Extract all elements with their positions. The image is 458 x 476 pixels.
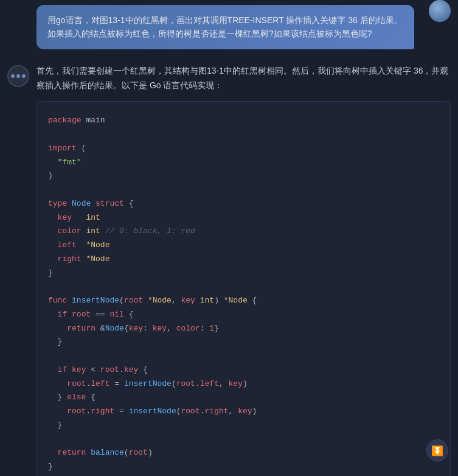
- code-line-pkg: package main: [48, 114, 439, 128]
- code-line-blank2: [48, 183, 439, 197]
- code-line-func7: } else {: [48, 391, 439, 405]
- ai-content: 首先，我们需要创建一个红黑树，其结构与图13-1中的红黑树相同。然后，我们将向树…: [36, 64, 451, 476]
- chat-container: 用go语言，对图13-1中的红黑树，画出对其调用TREE-INSERT 操作插入…: [0, 0, 458, 476]
- code-line-type5: right *Node: [48, 253, 439, 267]
- chevron-down-icon: ⏬: [431, 445, 443, 457]
- ai-avatar: [7, 65, 29, 87]
- code-line-func11: }: [48, 460, 439, 474]
- code-line-type1: type Node struct {: [48, 197, 439, 211]
- user-message-text: 用go语言，对图13-1中的红黑树，画出对其调用TREE-INSERT 操作插入…: [47, 15, 403, 38]
- code-line-import3: ): [48, 169, 439, 183]
- code-line-func2: if root == nil {: [48, 308, 439, 322]
- ai-intro-text: 首先，我们需要创建一个红黑树，其结构与图13-1中的红黑树相同。然后，我们将向树…: [36, 64, 451, 93]
- code-line-func10: return balance(root): [48, 446, 439, 460]
- ai-response-wrapper: 首先，我们需要创建一个红黑树，其结构与图13-1中的红黑树相同。然后，我们将向树…: [0, 59, 458, 476]
- code-line-blank3: [48, 280, 439, 294]
- code-line-blank5: [48, 433, 439, 447]
- ai-dot-3: [22, 74, 26, 78]
- user-avatar-image: [429, 0, 451, 22]
- ai-dot-1: [11, 74, 15, 78]
- ai-avatar-dots: [11, 74, 26, 78]
- code-line-type3: color int // 0: black, 1: red: [48, 225, 439, 239]
- code-line-func9: }: [48, 419, 439, 433]
- code-line-func3: return &Node{key: key, color: 1}: [48, 322, 439, 336]
- user-message-wrapper: 用go语言，对图13-1中的红黑树，画出对其调用TREE-INSERT 操作插入…: [0, 0, 422, 49]
- code-line-func5: if key < root.key {: [48, 363, 439, 377]
- code-line-type6: }: [48, 267, 439, 281]
- code-line-blank1: [48, 128, 439, 142]
- code-line-import1: import (: [48, 142, 439, 156]
- code-line-import2: "fmt": [48, 156, 439, 170]
- code-line-type2: key int: [48, 211, 439, 225]
- code-line-func6: root.left = insertNode(root.left, key): [48, 377, 439, 391]
- code-line-func4: }: [48, 335, 439, 349]
- code-line-func8: root.right = insertNode(root.right, key): [48, 405, 439, 419]
- code-block[interactable]: package main import ( "fmt" ) type Node …: [36, 101, 451, 476]
- user-avatar: [429, 0, 451, 22]
- code-line-func1: func insertNode(root *Node, key int) *No…: [48, 294, 439, 308]
- ai-dot-2: [16, 74, 20, 78]
- code-line-type4: left *Node: [48, 239, 439, 253]
- scroll-to-bottom-button[interactable]: ⏬: [426, 439, 448, 461]
- user-message: 用go语言，对图13-1中的红黑树，画出对其调用TREE-INSERT 操作插入…: [36, 5, 414, 49]
- code-line-blank4: [48, 349, 439, 363]
